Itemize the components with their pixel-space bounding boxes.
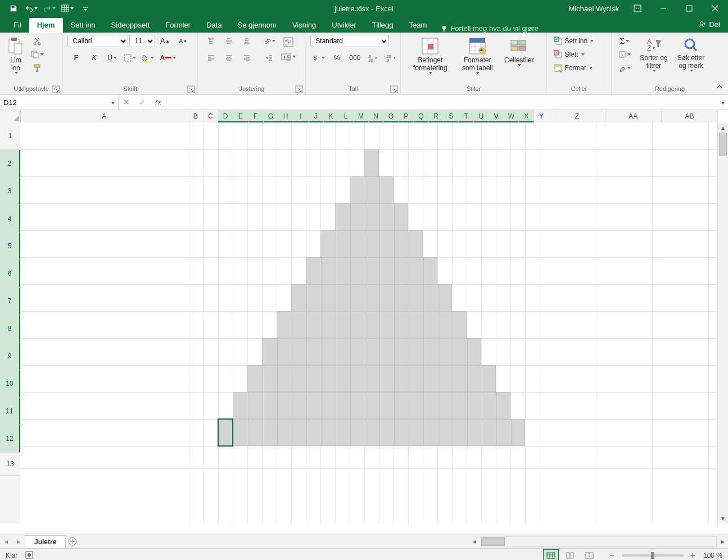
cells-area[interactable]	[20, 122, 718, 523]
vertical-scroll-thumb[interactable]	[719, 133, 727, 156]
row-header[interactable]: 4	[0, 205, 20, 233]
insert-cells-button[interactable]: + Sett inn	[551, 35, 607, 47]
accounting-format-button[interactable]: $	[310, 52, 327, 64]
user-name[interactable]: Michael Wycisk	[569, 4, 619, 13]
ribbon-tab-utvikler[interactable]: Utvikler	[324, 18, 364, 33]
column-header[interactable]: V	[489, 110, 504, 122]
name-box[interactable]	[0, 95, 119, 110]
sheet-tab[interactable]: Juletre	[25, 535, 66, 548]
column-header[interactable]: H	[278, 110, 293, 122]
scroll-down-button[interactable]: ▾	[718, 513, 728, 523]
format-cells-button[interactable]: Format	[551, 62, 607, 74]
normal-view-button[interactable]	[543, 549, 559, 560]
formula-enter-button[interactable]: ✓	[134, 95, 150, 110]
formula-input[interactable]	[166, 95, 717, 110]
ribbon-tab-se-gjennom[interactable]: Se gjennom	[230, 18, 284, 33]
align-left-button[interactable]	[202, 52, 219, 64]
column-header[interactable]: J	[309, 110, 324, 122]
column-header[interactable]: Y	[534, 110, 549, 122]
row-header[interactable]: 13	[0, 453, 20, 476]
column-header[interactable]: W	[504, 110, 519, 122]
insert-function-button[interactable]: ƒx	[150, 95, 166, 110]
merge-center-button[interactable]	[279, 51, 298, 63]
column-header[interactable]: Q	[414, 110, 429, 122]
redo-button[interactable]	[42, 2, 57, 15]
maximize-button[interactable]	[676, 0, 702, 17]
ribbon-tab-team[interactable]: Team	[401, 18, 435, 33]
ribbon-tab-hjem[interactable]: Hjem	[29, 18, 63, 33]
column-header[interactable]: T	[459, 110, 474, 122]
autosum-button[interactable]: Σ	[616, 35, 633, 47]
sheet-nav-next[interactable]: ▸	[12, 534, 25, 548]
sort-filter-button[interactable]: AZ Sorter og filtrer	[635, 35, 672, 72]
column-header[interactable]: M	[354, 110, 369, 122]
row-header[interactable]: 1	[0, 122, 20, 150]
customize-qat-button[interactable]	[78, 2, 93, 15]
row-header[interactable]: 8	[0, 315, 20, 343]
row-header[interactable]: 3	[0, 177, 20, 205]
borders-button[interactable]	[121, 52, 138, 64]
underline-button[interactable]: U	[103, 52, 120, 64]
font-size-combo[interactable]: 11	[129, 35, 155, 47]
horizontal-scroll-thumb[interactable]	[481, 537, 505, 546]
horizontal-scrollbar[interactable]: ◂ ▸	[469, 534, 728, 548]
macro-record-icon[interactable]	[25, 551, 33, 561]
column-header[interactable]: E	[233, 110, 248, 122]
zoom-slider[interactable]	[622, 554, 684, 557]
column-header[interactable]: AB	[662, 110, 718, 122]
formula-cancel-button[interactable]: ✕	[119, 95, 134, 110]
select-all-button[interactable]	[0, 110, 21, 122]
number-format-combo[interactable]: Standard	[310, 35, 389, 47]
row-header[interactable]: 10	[0, 370, 20, 398]
fill-color-button[interactable]	[139, 52, 156, 64]
new-sheet-button[interactable]	[66, 534, 79, 548]
italic-button[interactable]: K	[85, 52, 102, 64]
bold-button[interactable]: F	[67, 52, 84, 64]
ribbon-tab-data[interactable]: Data	[198, 18, 229, 33]
close-button[interactable]	[702, 0, 728, 17]
column-header[interactable]: A	[21, 110, 188, 122]
row-header[interactable]: 11	[0, 398, 20, 425]
row-header[interactable]: 9	[0, 343, 20, 370]
row-header[interactable]: 7	[0, 288, 20, 315]
column-header[interactable]: O	[384, 110, 399, 122]
ribbon-tab-visning[interactable]: Visning	[284, 18, 324, 33]
wrap-text-button[interactable]: abc	[279, 36, 298, 48]
name-box-input[interactable]	[0, 95, 107, 110]
page-break-view-button[interactable]	[581, 549, 597, 560]
ribbon-tab-tillegg[interactable]: Tillegg	[364, 18, 401, 33]
zoom-out-button[interactable]: −	[609, 550, 614, 560]
zoom-level[interactable]: 100 %	[703, 552, 722, 559]
percent-button[interactable]: %	[328, 52, 345, 64]
format-painter-button[interactable]	[28, 62, 46, 74]
scroll-up-button[interactable]: ▴	[718, 122, 728, 133]
ribbon-tab-fil[interactable]: Fil	[6, 18, 29, 33]
minimize-button[interactable]	[650, 0, 676, 17]
dialog-launcher-icon[interactable]	[52, 85, 60, 93]
page-layout-view-button[interactable]	[562, 549, 578, 560]
comma-style-button[interactable]: 000	[346, 52, 363, 64]
column-header[interactable]: L	[338, 110, 354, 122]
column-header[interactable]: I	[293, 110, 309, 122]
fill-button[interactable]	[616, 48, 633, 61]
zoom-slider-thumb[interactable]	[651, 552, 654, 559]
dialog-launcher-icon[interactable]	[187, 85, 195, 93]
expand-formula-bar-button[interactable]	[717, 98, 728, 106]
align-center-button[interactable]	[220, 52, 237, 64]
column-header[interactable]: S	[444, 110, 459, 122]
align-right-button[interactable]	[238, 52, 255, 64]
sheet-nav-prev[interactable]: ◂	[0, 534, 12, 548]
align-middle-button[interactable]	[220, 35, 237, 47]
dialog-launcher-icon[interactable]	[295, 85, 303, 93]
cut-button[interactable]	[28, 35, 46, 47]
delete-cells-button[interactable]: × Slett	[551, 48, 607, 61]
decrease-indent-button[interactable]	[261, 52, 278, 64]
share-button[interactable]: Del	[699, 17, 720, 31]
column-header[interactable]: F	[248, 110, 264, 122]
undo-button[interactable]	[24, 2, 39, 15]
column-header[interactable]: Z	[549, 110, 605, 122]
align-top-button[interactable]	[202, 35, 219, 47]
column-header[interactable]: D	[218, 110, 233, 122]
column-header[interactable]: C	[204, 110, 219, 122]
collapse-ribbon-button[interactable]	[716, 83, 724, 92]
